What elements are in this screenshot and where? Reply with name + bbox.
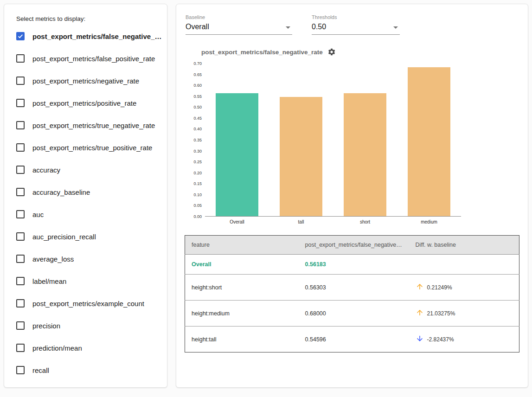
metric-label: prediction/mean xyxy=(32,344,82,352)
y-tick-label: 0.25 xyxy=(193,160,202,164)
checkbox-unchecked-icon[interactable] xyxy=(16,121,25,129)
metric-label: auc_precision_recall xyxy=(32,233,96,241)
metric-label: post_export_metrics/positive_rate xyxy=(32,99,136,107)
y-tick-label: 0.20 xyxy=(193,171,202,175)
metric-item[interactable]: post_export_metrics/example_count xyxy=(16,292,162,314)
metric-label: recall xyxy=(32,366,49,374)
diff-cell-content: -2.82437% xyxy=(416,334,513,344)
metric-label: auc xyxy=(32,211,44,218)
bar-tall[interactable] xyxy=(280,97,322,216)
x-tick-label: tall xyxy=(269,219,333,224)
feature-cell: Overall xyxy=(185,255,299,275)
baseline-select-label: Baseline xyxy=(186,14,292,20)
bar-medium[interactable] xyxy=(408,67,450,216)
metrics-table: feature post_export_metrics/false_negati… xyxy=(185,235,519,352)
checkbox-unchecked-icon[interactable] xyxy=(16,188,25,196)
checkbox-unchecked-icon[interactable] xyxy=(16,299,25,307)
chevron-down-icon xyxy=(393,26,398,29)
metric-label: accuracy_baseline xyxy=(32,188,90,196)
y-tick-label: 0.45 xyxy=(193,116,202,120)
checkbox-unchecked-icon[interactable] xyxy=(16,344,25,352)
checkbox-unchecked-icon[interactable] xyxy=(16,99,25,107)
feature-cell: height:tall xyxy=(185,327,299,352)
checkbox-unchecked-icon[interactable] xyxy=(16,232,25,241)
metric-item[interactable]: recall xyxy=(16,359,162,381)
diff-cell-content: 0.21249% xyxy=(416,282,513,292)
metric-item[interactable]: accuracy xyxy=(16,159,162,181)
baseline-select-value: Overall xyxy=(186,23,292,31)
checkbox-unchecked-icon[interactable] xyxy=(16,143,25,152)
bar-overall[interactable] xyxy=(216,93,258,216)
table-row: height:tall0.54596-2.82437% xyxy=(185,327,519,352)
metric-item[interactable]: post_export_metrics/true_negative_rate xyxy=(16,114,162,136)
bar-short[interactable] xyxy=(344,93,386,216)
value-cell: 0.54596 xyxy=(299,327,409,352)
metric-item[interactable]: precision xyxy=(16,314,162,337)
diff-value: 21.03275% xyxy=(427,310,455,317)
table-row: height:short0.563030.21249% xyxy=(185,275,519,301)
controls-row: Baseline Overall Thresholds 0.50 xyxy=(186,14,519,35)
y-tick-label: 0.05 xyxy=(193,204,202,208)
metric-item[interactable]: post_export_metrics/false_positive_rate xyxy=(16,47,162,70)
chart-plot-wrap: Overalltallshortmedium xyxy=(205,64,461,227)
checkbox-unchecked-icon[interactable] xyxy=(16,77,25,85)
metric-item[interactable]: label/mean xyxy=(16,270,162,292)
y-tick-label: 0.70 xyxy=(193,62,202,66)
metrics-panel: Select metrics to display: post_export_m… xyxy=(4,4,167,388)
metric-item[interactable]: average_loss xyxy=(16,248,162,270)
chart-title: post_export_metrics/false_negative_rate xyxy=(201,49,323,56)
diff-value: 0.21249% xyxy=(427,284,452,291)
metric-item[interactable]: prediction/mean xyxy=(16,337,162,359)
y-tick-label: 0.30 xyxy=(193,149,202,153)
diff-value: -2.82437% xyxy=(427,336,454,343)
gear-icon[interactable] xyxy=(327,48,336,56)
checkbox-unchecked-icon[interactable] xyxy=(16,255,25,263)
chart-y-axis: 0.000.050.100.150.200.250.300.350.400.45… xyxy=(186,64,205,217)
metric-item[interactable]: auc xyxy=(16,203,162,225)
metric-label: post_export_metrics/false_negative_r... xyxy=(32,32,162,40)
thresholds-select[interactable]: Thresholds 0.50 xyxy=(312,14,400,35)
metric-item[interactable]: auc_precision_recall xyxy=(16,225,162,248)
metric-item[interactable]: post_export_metrics/true_positive_rate xyxy=(16,136,162,159)
y-tick-label: 0.00 xyxy=(193,215,202,219)
metric-item[interactable]: accuracy_baseline xyxy=(16,181,162,203)
chart-plot-area xyxy=(205,64,461,217)
checkbox-unchecked-icon[interactable] xyxy=(16,54,25,63)
y-tick-label: 0.35 xyxy=(193,138,202,142)
y-tick-label: 0.55 xyxy=(193,94,202,98)
diff-cell: 21.03275% xyxy=(409,301,519,327)
y-tick-label: 0.40 xyxy=(193,127,202,131)
chevron-down-icon xyxy=(286,26,290,29)
checkbox-unchecked-icon[interactable] xyxy=(16,166,25,174)
metrics-panel-title: Select metrics to display: xyxy=(16,15,162,22)
value-cell: 0.56183 xyxy=(299,255,409,275)
checkbox-unchecked-icon[interactable] xyxy=(16,210,25,218)
diff-cell xyxy=(409,255,519,275)
checkbox-unchecked-icon[interactable] xyxy=(16,321,25,330)
diff-cell: -2.82437% xyxy=(409,327,519,352)
metric-item[interactable]: post_export_metrics/false_negative_r... xyxy=(16,25,162,47)
table-header-diff: Diff. w. baseline xyxy=(409,236,519,255)
chart-x-axis: Overalltallshortmedium xyxy=(205,218,461,227)
table-row: Overall0.56183 xyxy=(185,255,519,275)
metrics-list: post_export_metrics/false_negative_r...p… xyxy=(16,25,162,381)
arrow-up-icon xyxy=(416,308,424,318)
baseline-select[interactable]: Baseline Overall xyxy=(186,14,292,35)
table-body: Overall0.56183height:short0.563030.21249… xyxy=(185,255,519,352)
table-header-metric: post_export_metrics/false_negative_rat..… xyxy=(299,236,409,255)
diff-cell-content: 21.03275% xyxy=(416,308,513,318)
metric-item[interactable]: post_export_metrics/positive_rate xyxy=(16,92,162,114)
y-tick-label: 0.15 xyxy=(193,182,202,186)
arrow-up-icon xyxy=(416,282,424,292)
metric-label: post_export_metrics/example_count xyxy=(32,300,144,307)
metric-label: post_export_metrics/true_positive_rate xyxy=(32,144,152,152)
checkbox-unchecked-icon[interactable] xyxy=(16,277,25,285)
checkbox-unchecked-icon[interactable] xyxy=(16,366,25,374)
checkbox-checked-icon[interactable] xyxy=(16,32,25,40)
feature-cell: height:medium xyxy=(185,301,299,327)
y-tick-label: 0.50 xyxy=(193,105,202,109)
thresholds-select-label: Thresholds xyxy=(312,14,400,20)
metric-item[interactable]: post_export_metrics/negative_rate xyxy=(16,70,162,92)
y-tick-label: 0.65 xyxy=(193,72,202,77)
chart-header: post_export_metrics/false_negative_rate xyxy=(201,48,519,56)
